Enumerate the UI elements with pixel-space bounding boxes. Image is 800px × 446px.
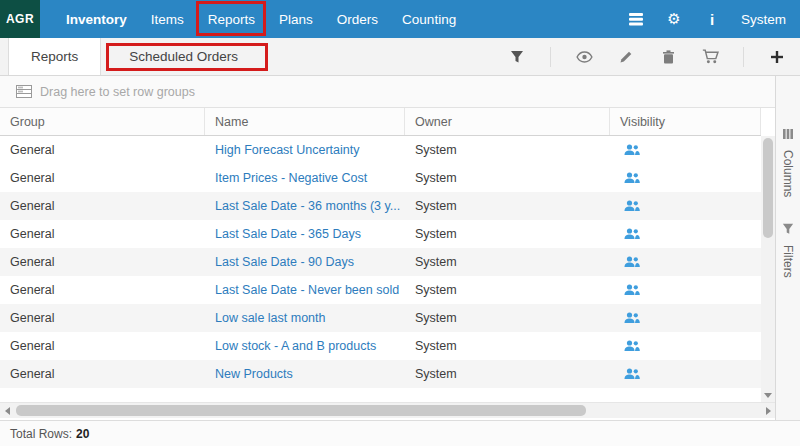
columns-icon	[782, 126, 794, 144]
toolbar-divider	[743, 47, 744, 67]
grid-toolbar	[508, 38, 800, 75]
report-link[interactable]: Last Sale Date - 36 months (3 y...	[215, 199, 400, 213]
cell-owner: System	[405, 248, 610, 276]
cell-name: Item Prices - Negative Cost	[205, 164, 405, 192]
horizontal-scrollbar[interactable]	[0, 402, 775, 418]
report-link[interactable]: Low sale last month	[215, 311, 325, 325]
visibility-users-icon	[624, 172, 640, 184]
report-link[interactable]: Last Sale Date - 365 Days	[215, 227, 361, 241]
triangle-right-icon	[766, 407, 771, 415]
report-link[interactable]: Last Sale Date - 90 Days	[215, 255, 354, 269]
triangle-left-icon	[5, 407, 10, 415]
gear-glyph: ⚙	[667, 12, 680, 27]
cell-owner: System	[405, 192, 610, 220]
nav-item-counting[interactable]: Counting	[390, 0, 468, 38]
info-glyph: i	[710, 11, 714, 28]
triangle-down-icon	[764, 393, 772, 398]
tab-scheduled-orders[interactable]: Scheduled Orders	[101, 38, 266, 75]
visibility-users-icon	[624, 340, 640, 352]
column-header-visibility[interactable]: Visibility	[610, 108, 761, 135]
report-link[interactable]: High Forecast Uncertainty	[215, 143, 360, 157]
cell-name: Last Sale Date - Never been sold	[205, 276, 405, 304]
trash-icon[interactable]	[659, 48, 677, 66]
total-rows-label: Total Rows:	[10, 427, 72, 441]
scroll-down-arrow[interactable]	[761, 388, 775, 402]
system-menu[interactable]: System	[741, 12, 786, 27]
report-link[interactable]: New Products	[215, 367, 293, 381]
cell-name: Low sale last month	[205, 304, 405, 332]
table-row[interactable]: GeneralLow stock - A and B productsSyste…	[0, 332, 761, 360]
cell-name: Last Sale Date - 36 months (3 y...	[205, 192, 405, 220]
cell-name: Last Sale Date - 365 Days	[205, 220, 405, 248]
gear-icon[interactable]: ⚙	[665, 10, 683, 28]
info-icon[interactable]: i	[703, 10, 721, 28]
table-row[interactable]: GeneralLast Sale Date - 365 DaysSystem	[0, 220, 761, 248]
pencil-icon[interactable]	[617, 48, 635, 66]
grid-side-panel: ColumnsFilters	[775, 76, 800, 420]
nav-item-plans[interactable]: Plans	[267, 0, 325, 38]
cell-owner: System	[405, 332, 610, 360]
tab-reports[interactable]: Reports	[8, 38, 101, 75]
report-link[interactable]: Item Prices - Negative Cost	[215, 171, 367, 185]
vertical-scrollbar-thumb[interactable]	[763, 138, 773, 238]
cell-group: General	[0, 136, 205, 164]
cell-visibility	[610, 360, 761, 388]
grid-body: GeneralHigh Forecast UncertaintySystemGe…	[0, 136, 761, 388]
horizontal-scrollbar-thumb[interactable]	[16, 405, 586, 416]
cell-visibility	[610, 332, 761, 360]
cell-owner: System	[405, 276, 610, 304]
agr-logo[interactable]: AGR	[0, 0, 40, 38]
nav-item-orders[interactable]: Orders	[325, 0, 390, 38]
cell-visibility	[610, 192, 761, 220]
total-rows-value: 20	[76, 427, 89, 441]
visibility-users-icon	[624, 256, 640, 268]
filter-icon[interactable]	[508, 48, 526, 66]
column-header-name[interactable]: Name	[205, 108, 405, 135]
table-row[interactable]: GeneralItem Prices - Negative CostSystem	[0, 164, 761, 192]
cell-name: Low stock - A and B products	[205, 332, 405, 360]
visibility-users-icon	[624, 144, 640, 156]
cell-group: General	[0, 360, 205, 388]
eye-icon[interactable]	[575, 48, 593, 66]
cell-visibility	[610, 276, 761, 304]
column-header-owner[interactable]: Owner	[405, 108, 610, 135]
cell-group: General	[0, 164, 205, 192]
app-window: AGR InventoryItemsReportsPlansOrdersCoun…	[0, 0, 800, 446]
status-bar: Total Rows: 20	[0, 420, 800, 446]
visibility-users-icon	[624, 284, 640, 296]
visibility-users-icon	[624, 368, 640, 380]
queue-icon[interactable]	[627, 10, 645, 28]
reports-grid: Drag here to set row groups GroupNameOwn…	[0, 76, 775, 420]
cell-group: General	[0, 332, 205, 360]
column-header-group[interactable]: Group	[0, 108, 205, 135]
filter-small-icon	[782, 221, 794, 239]
vertical-scrollbar[interactable]	[761, 136, 775, 402]
plus-icon[interactable]	[768, 48, 786, 66]
side-panel-item-columns[interactable]: Columns	[781, 126, 795, 197]
visibility-users-icon	[624, 312, 640, 324]
table-row[interactable]: GeneralLast Sale Date - 90 DaysSystem	[0, 248, 761, 276]
report-link[interactable]: Last Sale Date - Never been sold	[215, 283, 399, 297]
nav-right: ⚙ i System	[627, 0, 800, 38]
table-row[interactable]: GeneralLast Sale Date - Never been soldS…	[0, 276, 761, 304]
nav-item-inventory[interactable]: Inventory	[54, 0, 139, 38]
row-group-drop-zone[interactable]: Drag here to set row groups	[0, 76, 775, 108]
nav-item-reports[interactable]: Reports	[196, 0, 267, 38]
side-panel-label: Filters	[781, 245, 795, 278]
nav-item-items[interactable]: Items	[139, 0, 196, 38]
top-nav: AGR InventoryItemsReportsPlansOrdersCoun…	[0, 0, 800, 38]
table-row[interactable]: GeneralLow sale last monthSystem	[0, 304, 761, 332]
cell-visibility	[610, 248, 761, 276]
cart-icon[interactable]	[701, 48, 719, 66]
scroll-left-arrow[interactable]	[0, 403, 14, 418]
visibility-users-icon	[624, 228, 640, 240]
report-link[interactable]: Low stock - A and B products	[215, 339, 376, 353]
table-row[interactable]: GeneralNew ProductsSystem	[0, 360, 761, 388]
table-row[interactable]: GeneralHigh Forecast UncertaintySystem	[0, 136, 761, 164]
table-row[interactable]: GeneralLast Sale Date - 36 months (3 y..…	[0, 192, 761, 220]
row-groups-icon	[16, 85, 32, 98]
side-panel-label: Columns	[781, 150, 795, 197]
side-panel-item-filters[interactable]: Filters	[781, 221, 795, 278]
scroll-right-arrow[interactable]	[761, 403, 775, 418]
cell-owner: System	[405, 164, 610, 192]
